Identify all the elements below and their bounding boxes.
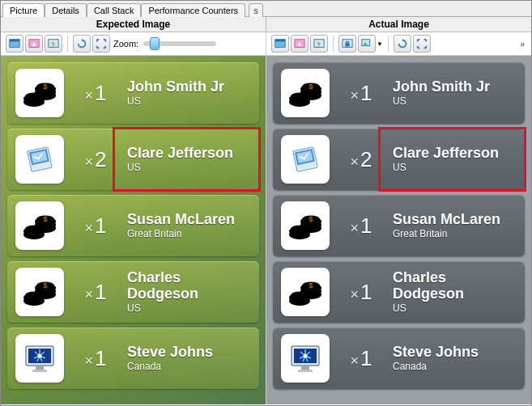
person-info: John Smith JrUS [393, 79, 517, 107]
list-item[interactable]: $×1Charles DodgesonUS [273, 261, 525, 323]
image-view-icon[interactable] [6, 35, 23, 53]
select-icon[interactable] [45, 35, 62, 53]
count: ×1 [338, 81, 385, 106]
person-location: Canada [127, 361, 251, 372]
image-dropdown-icon[interactable] [358, 35, 376, 53]
expected-title: Expected Image [1, 17, 266, 32]
tab-performance-counters[interactable]: Performance Counters [141, 3, 245, 17]
tab-details[interactable]: Details [45, 3, 87, 17]
coins-icon: $ [281, 201, 330, 250]
list-item[interactable]: $×1Susan McLarenGreat Britain [273, 195, 525, 256]
svg-rect-75 [298, 370, 313, 372]
person-info: Clare JeffersonUS [127, 146, 251, 173]
highlight-icon[interactable] [291, 35, 309, 53]
tab-bar: Picture Details Call Stack Performance C… [1, 1, 531, 17]
person-info: Steve JohnsCanada [127, 345, 251, 372]
svg-rect-9 [345, 43, 349, 46]
person-location: Canada [393, 361, 517, 372]
svg-rect-74 [301, 366, 309, 370]
list-item[interactable]: $×1John Smith JrUS [7, 62, 259, 124]
svg-point-41 [38, 354, 42, 358]
actual-title: Actual Image [266, 17, 531, 32]
count: ×1 [72, 280, 119, 305]
list-item[interactable]: ×1Steve JohnsCanada [7, 328, 259, 389]
fit-icon[interactable] [92, 35, 110, 53]
person-location: US [393, 162, 517, 173]
svg-point-73 [304, 354, 308, 358]
person-name: Steve Johns [393, 345, 517, 361]
person-info: Charles DodgesonUS [393, 270, 517, 314]
list-item[interactable]: $×1Charles DodgesonUS [7, 261, 259, 323]
person-location: US [127, 302, 251, 314]
svg-text:$: $ [43, 82, 47, 91]
person-name: John Smith Jr [393, 79, 517, 95]
tab-picture[interactable]: Picture [2, 3, 45, 17]
svg-text:$: $ [43, 281, 47, 290]
svg-text:$: $ [43, 215, 47, 223]
image-view-icon[interactable] [271, 35, 289, 53]
list-item[interactable]: ×2Clare JeffersonUS [273, 129, 525, 190]
tab-overflow[interactable]: s [249, 3, 263, 17]
person-location: Great Britain [393, 228, 517, 239]
svg-rect-42 [36, 366, 44, 370]
svg-rect-43 [32, 370, 47, 372]
toolbar-row: Zoom: ▼ » [1, 32, 531, 56]
person-name: Susan McLaren [393, 212, 517, 228]
select-icon[interactable] [310, 35, 328, 53]
person-name: Clare Jefferson [393, 146, 517, 162]
list-item[interactable]: $×1Susan McLarenGreat Britain [7, 195, 259, 256]
person-location: US [127, 162, 251, 173]
monitor-icon [281, 334, 330, 383]
person-info: Clare JeffersonUS [393, 146, 517, 173]
refresh-icon[interactable] [73, 35, 91, 53]
person-name: Charles Dodgeson [127, 270, 251, 302]
separator [67, 36, 68, 52]
separator [333, 36, 334, 52]
tab-call-stack[interactable]: Call Stack [87, 3, 142, 17]
count: ×1 [72, 214, 119, 239]
person-info: Steve JohnsCanada [393, 345, 517, 372]
count: ×2 [338, 147, 385, 172]
svg-point-11 [364, 41, 366, 43]
svg-text:$: $ [309, 215, 313, 223]
actual-panel: $×1John Smith JrUS×2Clare JeffersonUS$×1… [266, 56, 531, 404]
overflow-chevron-icon[interactable]: » [518, 38, 526, 50]
zoom-slider-thumb[interactable] [150, 37, 160, 50]
person-name: Susan McLaren [127, 212, 251, 228]
count: ×1 [72, 81, 119, 106]
coins-icon: $ [281, 69, 330, 117]
dropdown-caret-icon[interactable]: ▼ [377, 40, 383, 48]
zoom-slider[interactable] [143, 41, 216, 46]
count: ×1 [338, 214, 385, 239]
person-info: Susan McLarenGreat Britain [127, 212, 251, 239]
person-info: Susan McLarenGreat Britain [393, 212, 517, 239]
refresh-icon[interactable] [394, 35, 411, 53]
coins-icon: $ [15, 268, 64, 316]
count: ×1 [72, 346, 119, 371]
book-icon [281, 135, 330, 184]
book-icon [15, 135, 64, 184]
list-item[interactable]: ×1Steve JohnsCanada [273, 328, 525, 389]
svg-text:$: $ [309, 82, 313, 91]
monitor-icon [15, 334, 64, 383]
svg-rect-5 [275, 40, 285, 42]
coins-icon: $ [15, 69, 64, 117]
list-item[interactable]: $×1John Smith JrUS [273, 62, 525, 124]
expected-toolbar: Zoom: [1, 32, 266, 56]
separator [388, 36, 389, 52]
svg-rect-1 [10, 40, 19, 42]
person-name: John Smith Jr [127, 79, 251, 95]
person-location: US [393, 95, 517, 107]
lock-icon[interactable] [338, 35, 356, 53]
coins-icon: $ [15, 201, 64, 250]
person-location: US [393, 302, 517, 314]
fit-icon[interactable] [413, 35, 431, 53]
person-name: Clare Jefferson [127, 146, 251, 162]
person-name: Steve Johns [127, 345, 251, 361]
person-info: Charles DodgesonUS [127, 270, 251, 314]
coins-icon: $ [281, 268, 330, 316]
list-item[interactable]: ×2Clare JeffersonUS [7, 129, 259, 190]
highlight-icon[interactable] [25, 35, 43, 53]
zoom-label: Zoom: [113, 39, 138, 49]
expected-panel: $×1John Smith JrUS×2Clare JeffersonUS$×1… [1, 56, 266, 404]
